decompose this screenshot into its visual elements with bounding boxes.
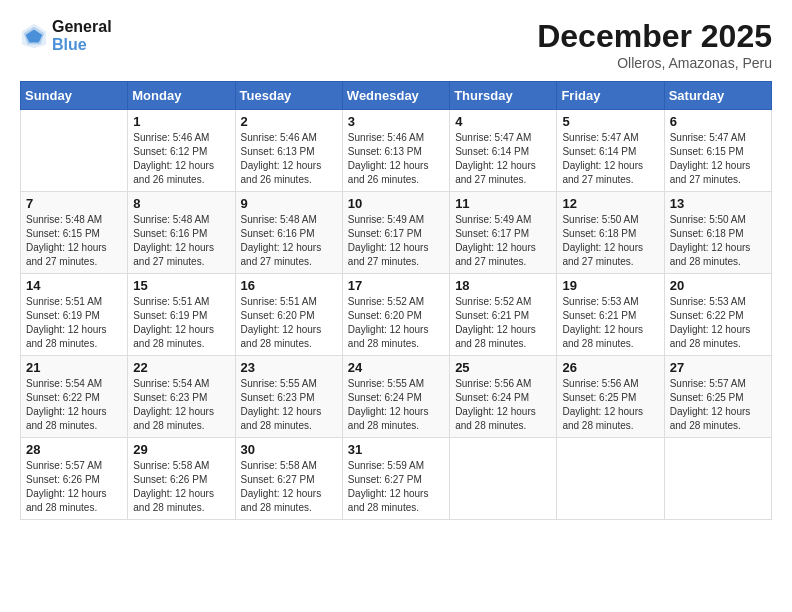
calendar-cell: 23Sunrise: 5:55 AMSunset: 6:23 PMDayligh… bbox=[235, 356, 342, 438]
day-header-tuesday: Tuesday bbox=[235, 82, 342, 110]
day-number: 12 bbox=[562, 196, 658, 211]
calendar-cell: 10Sunrise: 5:49 AMSunset: 6:17 PMDayligh… bbox=[342, 192, 449, 274]
day-number: 31 bbox=[348, 442, 444, 457]
calendar-cell: 7Sunrise: 5:48 AMSunset: 6:15 PMDaylight… bbox=[21, 192, 128, 274]
calendar-cell bbox=[450, 438, 557, 520]
day-number: 24 bbox=[348, 360, 444, 375]
day-number: 10 bbox=[348, 196, 444, 211]
day-header-monday: Monday bbox=[128, 82, 235, 110]
day-info: Sunrise: 5:49 AMSunset: 6:17 PMDaylight:… bbox=[455, 213, 551, 269]
day-info: Sunrise: 5:51 AMSunset: 6:19 PMDaylight:… bbox=[26, 295, 122, 351]
calendar-cell bbox=[21, 110, 128, 192]
day-info: Sunrise: 5:48 AMSunset: 6:15 PMDaylight:… bbox=[26, 213, 122, 269]
day-info: Sunrise: 5:54 AMSunset: 6:23 PMDaylight:… bbox=[133, 377, 229, 433]
calendar-header-row: SundayMondayTuesdayWednesdayThursdayFrid… bbox=[21, 82, 772, 110]
calendar-cell: 8Sunrise: 5:48 AMSunset: 6:16 PMDaylight… bbox=[128, 192, 235, 274]
calendar-cell: 21Sunrise: 5:54 AMSunset: 6:22 PMDayligh… bbox=[21, 356, 128, 438]
day-number: 20 bbox=[670, 278, 766, 293]
calendar-cell: 27Sunrise: 5:57 AMSunset: 6:25 PMDayligh… bbox=[664, 356, 771, 438]
day-info: Sunrise: 5:59 AMSunset: 6:27 PMDaylight:… bbox=[348, 459, 444, 515]
day-number: 8 bbox=[133, 196, 229, 211]
day-info: Sunrise: 5:52 AMSunset: 6:21 PMDaylight:… bbox=[455, 295, 551, 351]
day-number: 26 bbox=[562, 360, 658, 375]
calendar-cell: 5Sunrise: 5:47 AMSunset: 6:14 PMDaylight… bbox=[557, 110, 664, 192]
calendar-cell: 6Sunrise: 5:47 AMSunset: 6:15 PMDaylight… bbox=[664, 110, 771, 192]
calendar-cell: 2Sunrise: 5:46 AMSunset: 6:13 PMDaylight… bbox=[235, 110, 342, 192]
calendar-cell: 30Sunrise: 5:58 AMSunset: 6:27 PMDayligh… bbox=[235, 438, 342, 520]
day-number: 19 bbox=[562, 278, 658, 293]
location: Olleros, Amazonas, Peru bbox=[537, 55, 772, 71]
calendar-cell: 9Sunrise: 5:48 AMSunset: 6:16 PMDaylight… bbox=[235, 192, 342, 274]
calendar-cell: 3Sunrise: 5:46 AMSunset: 6:13 PMDaylight… bbox=[342, 110, 449, 192]
day-number: 7 bbox=[26, 196, 122, 211]
logo-text: General Blue bbox=[52, 18, 112, 53]
day-info: Sunrise: 5:51 AMSunset: 6:19 PMDaylight:… bbox=[133, 295, 229, 351]
day-number: 18 bbox=[455, 278, 551, 293]
day-info: Sunrise: 5:50 AMSunset: 6:18 PMDaylight:… bbox=[670, 213, 766, 269]
title-block: December 2025 Olleros, Amazonas, Peru bbox=[537, 18, 772, 71]
day-info: Sunrise: 5:51 AMSunset: 6:20 PMDaylight:… bbox=[241, 295, 337, 351]
day-info: Sunrise: 5:48 AMSunset: 6:16 PMDaylight:… bbox=[133, 213, 229, 269]
day-info: Sunrise: 5:46 AMSunset: 6:13 PMDaylight:… bbox=[348, 131, 444, 187]
day-number: 21 bbox=[26, 360, 122, 375]
day-number: 23 bbox=[241, 360, 337, 375]
day-number: 15 bbox=[133, 278, 229, 293]
calendar-cell: 22Sunrise: 5:54 AMSunset: 6:23 PMDayligh… bbox=[128, 356, 235, 438]
day-number: 25 bbox=[455, 360, 551, 375]
calendar-cell: 12Sunrise: 5:50 AMSunset: 6:18 PMDayligh… bbox=[557, 192, 664, 274]
day-info: Sunrise: 5:55 AMSunset: 6:23 PMDaylight:… bbox=[241, 377, 337, 433]
day-info: Sunrise: 5:47 AMSunset: 6:14 PMDaylight:… bbox=[455, 131, 551, 187]
day-info: Sunrise: 5:57 AMSunset: 6:25 PMDaylight:… bbox=[670, 377, 766, 433]
day-number: 22 bbox=[133, 360, 229, 375]
day-header-friday: Friday bbox=[557, 82, 664, 110]
calendar-cell: 31Sunrise: 5:59 AMSunset: 6:27 PMDayligh… bbox=[342, 438, 449, 520]
day-info: Sunrise: 5:53 AMSunset: 6:21 PMDaylight:… bbox=[562, 295, 658, 351]
logo-icon bbox=[20, 22, 48, 50]
day-number: 1 bbox=[133, 114, 229, 129]
calendar-cell bbox=[664, 438, 771, 520]
calendar-cell: 28Sunrise: 5:57 AMSunset: 6:26 PMDayligh… bbox=[21, 438, 128, 520]
calendar-cell: 18Sunrise: 5:52 AMSunset: 6:21 PMDayligh… bbox=[450, 274, 557, 356]
calendar-cell: 29Sunrise: 5:58 AMSunset: 6:26 PMDayligh… bbox=[128, 438, 235, 520]
calendar-cell: 16Sunrise: 5:51 AMSunset: 6:20 PMDayligh… bbox=[235, 274, 342, 356]
day-header-wednesday: Wednesday bbox=[342, 82, 449, 110]
day-number: 27 bbox=[670, 360, 766, 375]
day-number: 13 bbox=[670, 196, 766, 211]
day-info: Sunrise: 5:56 AMSunset: 6:25 PMDaylight:… bbox=[562, 377, 658, 433]
day-number: 2 bbox=[241, 114, 337, 129]
day-number: 5 bbox=[562, 114, 658, 129]
day-number: 9 bbox=[241, 196, 337, 211]
day-info: Sunrise: 5:50 AMSunset: 6:18 PMDaylight:… bbox=[562, 213, 658, 269]
day-number: 3 bbox=[348, 114, 444, 129]
day-info: Sunrise: 5:47 AMSunset: 6:15 PMDaylight:… bbox=[670, 131, 766, 187]
day-number: 11 bbox=[455, 196, 551, 211]
day-info: Sunrise: 5:58 AMSunset: 6:27 PMDaylight:… bbox=[241, 459, 337, 515]
calendar-cell: 20Sunrise: 5:53 AMSunset: 6:22 PMDayligh… bbox=[664, 274, 771, 356]
month-title: December 2025 bbox=[537, 18, 772, 55]
calendar-cell bbox=[557, 438, 664, 520]
day-info: Sunrise: 5:58 AMSunset: 6:26 PMDaylight:… bbox=[133, 459, 229, 515]
calendar-cell: 19Sunrise: 5:53 AMSunset: 6:21 PMDayligh… bbox=[557, 274, 664, 356]
calendar-cell: 14Sunrise: 5:51 AMSunset: 6:19 PMDayligh… bbox=[21, 274, 128, 356]
calendar-cell: 1Sunrise: 5:46 AMSunset: 6:12 PMDaylight… bbox=[128, 110, 235, 192]
day-number: 14 bbox=[26, 278, 122, 293]
day-header-thursday: Thursday bbox=[450, 82, 557, 110]
day-info: Sunrise: 5:46 AMSunset: 6:12 PMDaylight:… bbox=[133, 131, 229, 187]
day-number: 29 bbox=[133, 442, 229, 457]
day-info: Sunrise: 5:56 AMSunset: 6:24 PMDaylight:… bbox=[455, 377, 551, 433]
calendar-cell: 25Sunrise: 5:56 AMSunset: 6:24 PMDayligh… bbox=[450, 356, 557, 438]
calendar-cell: 26Sunrise: 5:56 AMSunset: 6:25 PMDayligh… bbox=[557, 356, 664, 438]
calendar-cell: 11Sunrise: 5:49 AMSunset: 6:17 PMDayligh… bbox=[450, 192, 557, 274]
day-number: 28 bbox=[26, 442, 122, 457]
day-info: Sunrise: 5:46 AMSunset: 6:13 PMDaylight:… bbox=[241, 131, 337, 187]
day-number: 4 bbox=[455, 114, 551, 129]
day-number: 16 bbox=[241, 278, 337, 293]
day-number: 30 bbox=[241, 442, 337, 457]
day-number: 17 bbox=[348, 278, 444, 293]
header: General Blue December 2025 Olleros, Amaz… bbox=[20, 18, 772, 71]
day-info: Sunrise: 5:57 AMSunset: 6:26 PMDaylight:… bbox=[26, 459, 122, 515]
day-number: 6 bbox=[670, 114, 766, 129]
calendar-cell: 15Sunrise: 5:51 AMSunset: 6:19 PMDayligh… bbox=[128, 274, 235, 356]
day-info: Sunrise: 5:49 AMSunset: 6:17 PMDaylight:… bbox=[348, 213, 444, 269]
calendar-cell: 17Sunrise: 5:52 AMSunset: 6:20 PMDayligh… bbox=[342, 274, 449, 356]
